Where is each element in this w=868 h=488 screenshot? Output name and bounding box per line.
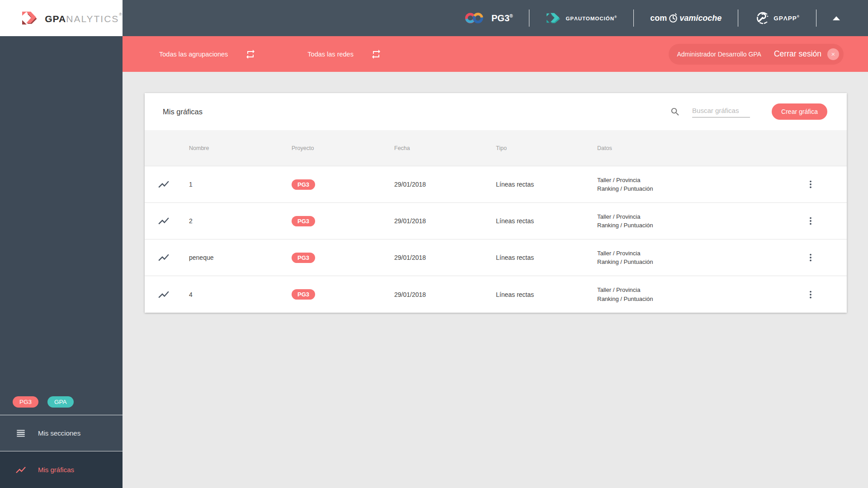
column-header-nombre: Nombre	[183, 145, 285, 151]
brand-gpautomocion[interactable]: GPΛUTOMOCIÓN®	[546, 12, 617, 24]
my-charts-card: Mis gráficas Crear gráfica Nombre Proyec…	[145, 93, 847, 313]
chart-date: 29/01/2018	[388, 217, 491, 225]
create-chart-button[interactable]: Crear gráfica	[772, 103, 827, 120]
gpautomocion-wordmark: GPΛUTOMOCIÓN®	[566, 15, 617, 21]
chart-name: 2	[183, 217, 285, 225]
kebab-menu-icon	[806, 290, 816, 300]
sidebar: GPANALYTICS® PG3 GPA Mis secciones Mis g…	[0, 0, 123, 488]
logout-button[interactable]: Cerrar sesión	[774, 49, 821, 59]
page-title: Mis gráficas	[163, 108, 203, 116]
topbar-divider	[816, 9, 816, 27]
kebab-menu-icon	[806, 216, 816, 226]
column-header-proyecto: Proyecto	[285, 145, 388, 151]
column-header-tipo: Tipo	[491, 145, 592, 151]
table-row[interactable]: peneque PG3 29/01/2018 Líneas rectas Tal…	[145, 239, 847, 276]
topbar-divider	[633, 9, 634, 27]
table-row[interactable]: 4 PG3 29/01/2018 Líneas rectas Taller / …	[145, 276, 847, 313]
pg3-infinity-icon	[464, 11, 486, 25]
kebab-menu-icon	[806, 179, 816, 189]
logo-text-light: NALYTICS	[66, 14, 119, 24]
pg3-wordmark: PG3®	[491, 13, 513, 23]
table-row[interactable]: 2 PG3 29/01/2018 Líneas rectas Taller / …	[145, 203, 847, 239]
chart-date: 29/01/2018	[388, 254, 491, 261]
logo-text-bold: GPA	[45, 14, 66, 24]
table-header-row: Nombre Proyecto Fecha Tipo Datos	[145, 130, 847, 166]
badge-gpa[interactable]: GPA	[47, 396, 74, 408]
project-badge: PG3	[292, 253, 315, 263]
badge-pg3[interactable]: PG3	[13, 396, 38, 408]
gpapp-wordmark: GPΛPP®	[774, 15, 800, 22]
sidebar-item-label: Mis secciones	[38, 429, 80, 437]
sidebar-item-mis-graficas[interactable]: Mis gráficas	[0, 451, 123, 488]
sidebar-item-label: Mis gráficas	[38, 466, 74, 474]
row-menu-button[interactable]	[774, 216, 847, 226]
brand-comprovamicoche[interactable]: com vamicoche	[650, 13, 722, 23]
search-area: Crear gráfica	[670, 103, 827, 120]
project-badge: PG3	[292, 179, 315, 190]
kebab-menu-icon	[806, 253, 816, 263]
search-icon[interactable]	[670, 107, 680, 117]
app-root: GPANALYTICS® PG3 GPA Mis secciones Mis g…	[0, 0, 868, 488]
gpanalytics-logo-text: GPANALYTICS®	[45, 12, 123, 24]
line-chart-icon	[157, 251, 170, 264]
comprova-wordmark-post: vamicoche	[679, 14, 722, 23]
row-menu-button[interactable]	[774, 179, 847, 189]
chart-name: peneque	[183, 254, 285, 261]
chart-data-fields: Taller / ProvinciaRanking / Puntuación	[592, 212, 774, 230]
project-badge: PG3	[292, 289, 315, 300]
gpanalytics-logo[interactable]: GPANALYTICS®	[0, 0, 123, 36]
groupings-swap-icon[interactable]	[245, 49, 256, 60]
line-chart-icon	[157, 215, 170, 227]
topbar-divider	[529, 9, 529, 27]
column-header-datos: Datos	[592, 145, 774, 151]
sidebar-badges: PG3 GPA	[0, 396, 123, 415]
user-session-pill: Administrador Desarrollo GPA Cerrar sesi…	[669, 44, 844, 65]
project-badge: PG3	[292, 216, 315, 226]
line-chart-icon	[157, 288, 170, 301]
collapse-arrow-icon[interactable]	[833, 16, 840, 20]
logo-reg-mark: ®	[119, 12, 123, 17]
sidebar-item-mis-secciones[interactable]: Mis secciones	[0, 415, 123, 451]
column-header-fecha: Fecha	[388, 145, 491, 151]
gpanalytics-logo-icon	[21, 8, 38, 28]
chart-type: Líneas rectas	[491, 181, 592, 188]
gpapp-wrench-icon	[755, 10, 769, 26]
chart-type: Líneas rectas	[491, 291, 592, 298]
networks-swap-icon[interactable]	[371, 49, 382, 60]
topbar-divider	[738, 9, 738, 27]
groupings-filter-label[interactable]: Todas las agrupaciones	[159, 51, 228, 58]
comprova-wordmark-pre: com	[650, 14, 667, 23]
chart-data-fields: Taller / ProvinciaRanking / Puntuación	[592, 176, 774, 193]
brand-gpapp[interactable]: GPΛPP®	[755, 10, 800, 26]
row-menu-button[interactable]	[774, 253, 847, 263]
topbar: PG3® GPΛUTOMOCIÓN® com	[123, 0, 868, 36]
chart-name: 4	[183, 291, 285, 298]
main-column: PG3® GPΛUTOMOCIÓN® com	[123, 0, 868, 488]
chart-type: Líneas rectas	[491, 217, 592, 225]
card-header: Mis gráficas Crear gráfica	[145, 93, 847, 130]
line-chart-icon	[157, 178, 170, 191]
filterbar: Todas las agrupaciones Todas las redes A…	[123, 36, 868, 72]
clock-icon	[668, 13, 678, 23]
chart-type: Líneas rectas	[491, 254, 592, 261]
chart-name: 1	[183, 181, 285, 188]
table-row[interactable]: 1 PG3 29/01/2018 Líneas rectas Taller / …	[145, 166, 847, 203]
content-area: Mis gráficas Crear gráfica Nombre Proyec…	[123, 72, 868, 488]
chart-data-fields: Taller / ProvinciaRanking / Puntuación	[592, 249, 774, 267]
chart-data-fields: Taller / ProvinciaRanking / Puntuación	[592, 286, 774, 303]
chart-date: 29/01/2018	[388, 181, 491, 188]
gpautomocion-arrow-icon	[546, 12, 561, 24]
user-name: Administrador Desarrollo GPA	[677, 51, 761, 58]
brand-pg3[interactable]: PG3®	[464, 11, 513, 25]
sidebar-spacer	[0, 36, 123, 396]
search-input[interactable]	[692, 106, 750, 117]
sections-list-icon	[15, 427, 27, 439]
networks-filter-label[interactable]: Todas las redes	[307, 51, 354, 58]
logout-close-icon[interactable]: ×	[827, 48, 839, 60]
line-chart-icon	[15, 464, 27, 476]
row-menu-button[interactable]	[774, 290, 847, 300]
chart-date: 29/01/2018	[388, 291, 491, 298]
